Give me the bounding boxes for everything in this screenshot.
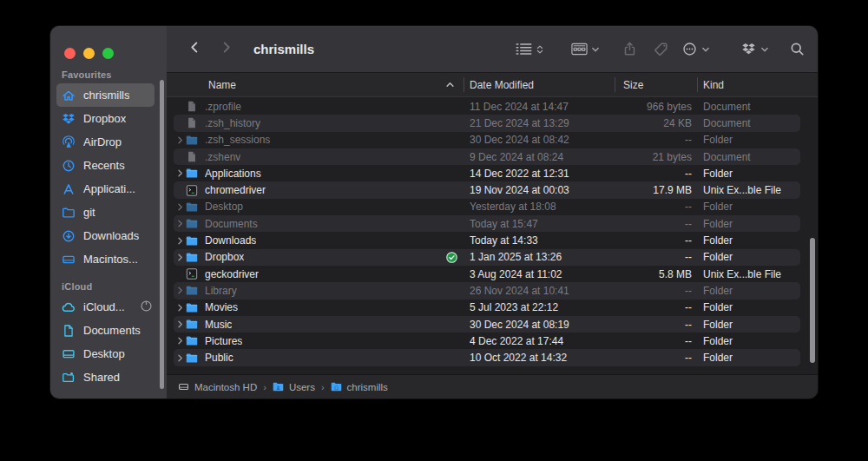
search-button[interactable]: [789, 42, 806, 56]
file-kind: Folder: [703, 201, 733, 213]
file-row-movies[interactable]: Movies5 Jul 2023 at 22:12--Folder: [174, 300, 800, 316]
file-name: .zshenv: [205, 151, 240, 163]
airdrop-icon: [61, 135, 76, 150]
close-window-button[interactable]: [64, 48, 76, 59]
sidebar-scrollbar[interactable]: [160, 80, 164, 389]
sidebar-item-documents[interactable]: Documents: [56, 319, 155, 342]
disclosure-chevron-icon[interactable]: [174, 219, 186, 228]
column-divider[interactable]: [615, 77, 615, 92]
home-icon: [61, 88, 76, 103]
more-actions-button[interactable]: [681, 42, 711, 56]
forward-button[interactable]: [217, 41, 234, 58]
content-scrollbar[interactable]: [810, 238, 815, 363]
file-list: .zprofile11 Dec 2024 at 14:47966 bytesDo…: [167, 97, 818, 374]
path-item-users[interactable]: Users: [273, 381, 315, 392]
document-file-icon: [186, 117, 200, 128]
file-row-public[interactable]: Public10 Oct 2022 at 14:32--Folder: [174, 349, 800, 366]
file-row-library[interactable]: Library26 Nov 2024 at 10:41--Folder: [174, 282, 800, 299]
file-row-zsh-history[interactable]: .zsh_history21 Dec 2024 at 13:2924 KBDoc…: [174, 115, 800, 131]
file-kind: Folder: [703, 134, 733, 146]
file-row-music[interactable]: Music30 Dec 2024 at 08:19--Folder: [174, 316, 800, 333]
path-item-macintosh-hd[interactable]: Macintosh HD: [178, 381, 257, 392]
sidebar-item-applicati[interactable]: Applicati...: [56, 177, 155, 201]
disclosure-chevron-icon[interactable]: [174, 202, 186, 212]
file-date-modified: Today at 15:47: [470, 218, 538, 230]
column-header-date[interactable]: Date Modified: [470, 73, 534, 96]
file-row-dropbox[interactable]: Dropbox1 Jan 2025 at 13:26--Folder: [174, 249, 800, 266]
sidebar-item-recents[interactable]: Recents: [56, 154, 155, 177]
folder-file-icon: [186, 235, 200, 247]
sidebar-item-shared[interactable]: Shared: [56, 366, 155, 389]
executable-file-icon: [186, 268, 200, 280]
file-kind: Folder: [703, 285, 733, 297]
file-row-downloads[interactable]: DownloadsToday at 14:33--Folder: [174, 232, 800, 248]
download-circle-icon: [61, 228, 76, 244]
file-row-chromedriver[interactable]: chromedriver19 Nov 2024 at 00:0317.9 MBU…: [174, 181, 800, 198]
folder-file-icon: [186, 168, 200, 179]
file-size: --: [556, 285, 692, 297]
folder-file-icon: [186, 352, 200, 364]
file-row-zsh-sessions[interactable]: .zsh_sessions30 Dec 2024 at 08:42--Folde…: [174, 132, 800, 148]
disclosure-chevron-icon[interactable]: [174, 336, 186, 346]
document-file-icon: [186, 101, 200, 112]
file-row-desktop[interactable]: DesktopYesterday at 18:08--Folder: [174, 199, 800, 215]
chevron-down-icon: [698, 44, 711, 55]
tag-button[interactable]: [653, 42, 669, 56]
window-title: chrismills: [253, 42, 314, 56]
file-date-modified: 11 Dec 2024 at 14:47: [470, 101, 569, 113]
zoom-window-button[interactable]: [102, 48, 114, 59]
file-date-modified: 4 Dec 2022 at 17:44: [470, 335, 563, 347]
column-header-name[interactable]: Name: [208, 73, 236, 96]
file-size: --: [556, 134, 692, 146]
search-icon: [789, 42, 806, 56]
sidebar-item-git[interactable]: git: [56, 201, 155, 224]
document-page-icon: [61, 323, 76, 339]
sidebar-item-label: Macintos...: [83, 253, 138, 266]
disclosure-chevron-icon[interactable]: [174, 168, 186, 178]
view-list-button[interactable]: [516, 42, 545, 56]
folder-file-icon: [186, 252, 200, 263]
file-row-pictures[interactable]: Pictures4 Dec 2022 at 17:44--Folder: [174, 333, 800, 349]
chevron-left-icon: [188, 41, 201, 57]
sidebar-item-label: Shared: [83, 371, 120, 384]
group-by-button[interactable]: [571, 42, 601, 56]
file-row-zshenv[interactable]: .zshenv9 Dec 2024 at 08:2421 bytesDocume…: [174, 148, 800, 165]
minimize-window-button[interactable]: [83, 48, 95, 59]
dropbox-toolbar-button[interactable]: [740, 42, 770, 56]
executable-file-icon: [186, 185, 200, 196]
file-size: 966 bytes: [556, 101, 692, 113]
column-divider[interactable]: [464, 77, 464, 92]
sidebar-item-airdrop[interactable]: AirDrop: [56, 130, 155, 154]
more-circle-icon: [681, 42, 698, 56]
file-date-modified: 19 Nov 2024 at 00:03: [470, 184, 569, 196]
file-row-geckodriver[interactable]: geckodriver3 Aug 2024 at 11:025.8 MBUnix…: [174, 266, 800, 282]
sync-progress-icon: [140, 300, 153, 315]
file-size: 17.9 MB: [556, 184, 692, 196]
disclosure-chevron-icon[interactable]: [174, 353, 186, 363]
sidebar-item-desktop[interactable]: Desktop: [56, 342, 155, 366]
sidebar-item-downloads[interactable]: Downloads: [56, 224, 155, 247]
disclosure-chevron-icon[interactable]: [174, 319, 186, 329]
column-divider[interactable]: [697, 77, 698, 92]
share-button[interactable]: [621, 42, 638, 56]
sidebar-item-label: Downloads: [83, 229, 139, 242]
sidebar-item-dropbox[interactable]: Dropbox: [56, 107, 155, 130]
disclosure-chevron-icon[interactable]: [174, 286, 186, 295]
path-item-label: Macintosh HD: [194, 382, 257, 392]
disclosure-chevron-icon[interactable]: [174, 303, 186, 313]
file-date-modified: 30 Dec 2024 at 08:42: [470, 134, 569, 146]
file-row-zprofile[interactable]: .zprofile11 Dec 2024 at 14:47966 bytesDo…: [174, 98, 800, 115]
column-header-kind[interactable]: Kind: [703, 73, 724, 96]
sidebar-item-icloud[interactable]: iCloud...: [56, 295, 155, 319]
hard-drive-icon: [61, 252, 76, 267]
disclosure-chevron-icon[interactable]: [174, 135, 186, 145]
file-row-documents[interactable]: DocumentsToday at 15:47--Folder: [174, 215, 800, 232]
file-row-applications[interactable]: Applications14 Dec 2022 at 12:31--Folder: [174, 165, 800, 181]
disclosure-chevron-icon[interactable]: [174, 236, 186, 246]
path-item-chrismills[interactable]: chrismills: [331, 381, 388, 392]
sidebar-item-chrismills[interactable]: chrismills: [56, 83, 155, 107]
sidebar-item-macintos[interactable]: Macintos...: [56, 247, 155, 271]
back-button[interactable]: [186, 41, 203, 58]
column-header-size[interactable]: Size: [623, 73, 643, 96]
disclosure-chevron-icon[interactable]: [174, 253, 186, 262]
